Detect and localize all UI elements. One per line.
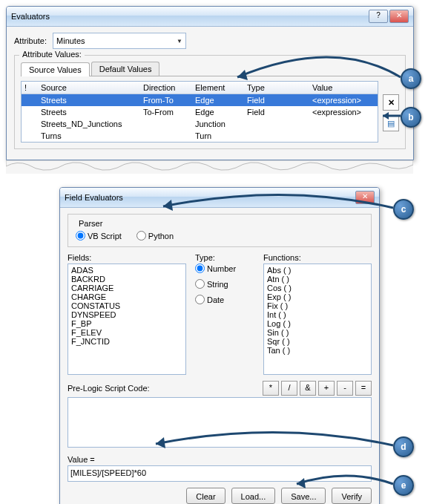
- col-direction[interactable]: Direction: [140, 82, 192, 94]
- list-item[interactable]: Cos ( ): [267, 284, 368, 292]
- list-item[interactable]: ADAS: [71, 266, 182, 275]
- callout-e: e: [393, 475, 414, 496]
- attribute-label: Attribute:: [14, 36, 47, 45]
- fields-label: Fields:: [68, 253, 186, 262]
- operator-buttons: * / & + - =: [263, 381, 372, 396]
- field-evaluators-body: Parser VB Script Python Fields: ADAS BAC…: [60, 208, 379, 504]
- attribute-values-label: Attribute Values:: [19, 50, 85, 59]
- evaluator-properties-button[interactable]: ▤: [383, 115, 399, 131]
- list-item[interactable]: Sqr ( ): [267, 337, 368, 346]
- value-label: Value =: [68, 455, 372, 464]
- list-item[interactable]: Abs ( ): [267, 266, 368, 275]
- list-item[interactable]: Tan ( ): [267, 346, 368, 355]
- functions-label: Functions:: [263, 253, 372, 262]
- type-string-radio[interactable]: String: [195, 279, 254, 289]
- callout-b: b: [401, 107, 421, 128]
- list-item[interactable]: Exp ( ): [267, 292, 368, 301]
- save-button[interactable]: Save...: [281, 488, 326, 504]
- list-item[interactable]: Log ( ): [267, 319, 368, 328]
- grid-row[interactable]: Streets_ND_Junctions Junction: [22, 118, 378, 130]
- grid-row[interactable]: Streets To-From Edge Field <expression>: [22, 106, 378, 118]
- col-type[interactable]: Type: [244, 82, 309, 94]
- load-button[interactable]: Load...: [231, 488, 276, 504]
- properties-icon: ▤: [387, 119, 395, 128]
- list-item[interactable]: BACKRD: [71, 275, 182, 284]
- list-item[interactable]: CONSTATUS: [71, 301, 182, 310]
- parser-vbscript-radio[interactable]: VB Script: [76, 231, 122, 240]
- delete-evaluator-button[interactable]: ✕: [383, 94, 399, 111]
- x-icon: ✕: [388, 98, 395, 108]
- prelogic-textarea[interactable]: [68, 397, 372, 448]
- tab-source-values[interactable]: Source Values: [21, 62, 90, 76]
- field-evaluators-titlebar: Field Evaluators ✕: [60, 188, 379, 208]
- value-textarea[interactable]: [68, 465, 372, 482]
- field-evaluators-title: Field Evaluators: [65, 193, 355, 202]
- window-controls: ? ✕: [369, 10, 409, 23]
- grid-row[interactable]: Streets From-To Edge Field <expression>: [22, 94, 378, 106]
- torn-edge: [6, 160, 413, 174]
- list-item[interactable]: DYNSPEED: [71, 310, 182, 319]
- col-source[interactable]: Source: [38, 82, 140, 94]
- field-evaluators-window: Field Evaluators ✕ Parser VB Script Pyth…: [59, 187, 380, 504]
- op-concat-button[interactable]: &: [300, 381, 316, 396]
- op-divide-button[interactable]: /: [281, 381, 297, 396]
- list-item[interactable]: F_BP: [71, 319, 182, 328]
- grid-row[interactable]: Turns Turn: [22, 130, 378, 142]
- prelogic-label: Pre-Logic Script Code:: [68, 384, 150, 393]
- type-number-radio[interactable]: Number: [195, 264, 254, 273]
- verify-button[interactable]: Verify: [332, 488, 372, 504]
- type-date-radio[interactable]: Date: [195, 295, 254, 304]
- tab-default-values[interactable]: Default Values: [91, 62, 160, 76]
- evaluators-titlebar: Evaluators ? ✕: [7, 7, 413, 27]
- callout-a: a: [401, 68, 421, 89]
- op-multiply-button[interactable]: *: [263, 381, 279, 396]
- attribute-combo[interactable]: Minutes ▼: [53, 33, 186, 49]
- attribute-value: Minutes: [56, 36, 85, 45]
- evaluators-grid[interactable]: ! Source Direction Element Type Value St…: [21, 81, 378, 143]
- col-element[interactable]: Element: [192, 82, 244, 94]
- op-equals-button[interactable]: =: [355, 381, 372, 396]
- callout-d: d: [393, 436, 414, 457]
- list-item[interactable]: Int ( ): [267, 310, 368, 319]
- help-button[interactable]: ?: [369, 10, 388, 23]
- type-label: Type:: [195, 253, 254, 262]
- evaluators-title: Evaluators: [11, 12, 369, 21]
- parser-python-radio[interactable]: Python: [136, 231, 174, 240]
- op-plus-button[interactable]: +: [318, 381, 335, 396]
- grid-header: ! Source Direction Element Type Value: [22, 82, 378, 94]
- chevron-down-icon: ▼: [177, 38, 182, 45]
- values-tabs: Source Values Default Values: [21, 62, 399, 76]
- list-item[interactable]: Fix ( ): [267, 301, 368, 310]
- col-bang[interactable]: !: [22, 82, 38, 94]
- parser-label: Parser: [76, 219, 105, 228]
- attribute-values-group: Attribute Values: Source Values Default …: [14, 55, 406, 149]
- list-item[interactable]: F_JNCTID: [71, 337, 182, 346]
- list-item[interactable]: CARRIAGE: [71, 284, 182, 292]
- list-item[interactable]: Atn ( ): [267, 275, 368, 284]
- list-item[interactable]: CHARGE: [71, 292, 182, 301]
- close-button[interactable]: ✕: [389, 10, 409, 23]
- close-button[interactable]: ✕: [355, 191, 375, 204]
- evaluators-window: Evaluators ? ✕ Attribute: Minutes ▼ Attr…: [6, 6, 414, 160]
- col-value[interactable]: Value: [309, 82, 378, 94]
- parser-fieldset: Parser VB Script Python: [68, 214, 372, 247]
- list-item[interactable]: Sin ( ): [267, 328, 368, 337]
- op-minus-button[interactable]: -: [337, 381, 353, 396]
- list-item[interactable]: F_ELEV: [71, 328, 182, 337]
- evaluators-body: Attribute: Minutes ▼ Attribute Values: S…: [7, 27, 413, 160]
- functions-listbox[interactable]: Abs ( ) Atn ( ) Cos ( ) Exp ( ) Fix ( ) …: [263, 264, 372, 375]
- callout-c: c: [393, 199, 414, 220]
- clear-button[interactable]: Clear: [186, 488, 225, 504]
- fields-listbox[interactable]: ADAS BACKRD CARRIAGE CHARGE CONSTATUS DY…: [68, 264, 186, 375]
